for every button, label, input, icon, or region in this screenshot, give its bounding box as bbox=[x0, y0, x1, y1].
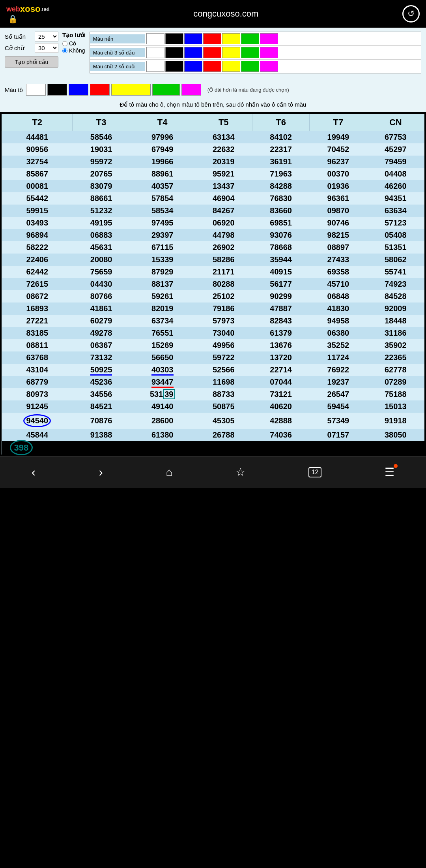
swatch3-red[interactable] bbox=[203, 47, 221, 58]
table-cell[interactable]: 76551 bbox=[130, 327, 195, 339]
table-cell[interactable]: 42888 bbox=[252, 413, 309, 429]
table-row[interactable]: 43104509254030352566227147692262778 bbox=[2, 364, 424, 376]
table-cell[interactable]: 52566 bbox=[195, 364, 252, 376]
table-cell[interactable]: 44481 bbox=[2, 131, 73, 144]
table-cell[interactable]: 36191 bbox=[252, 156, 309, 168]
table-cell[interactable]: 80766 bbox=[73, 290, 130, 302]
mau-to-white[interactable] bbox=[26, 84, 46, 96]
table-cell[interactable]: 78668 bbox=[252, 241, 309, 254]
table-cell[interactable]: 79459 bbox=[367, 156, 424, 168]
mau-to-yellow[interactable] bbox=[111, 84, 151, 96]
swatch2-blue[interactable] bbox=[184, 61, 202, 72]
table-cell[interactable]: 70452 bbox=[310, 143, 367, 156]
table-cell[interactable]: 40303 bbox=[130, 364, 195, 376]
table-cell[interactable]: 82019 bbox=[130, 302, 195, 315]
table-cell[interactable]: 19949 bbox=[310, 131, 367, 144]
table-cell[interactable]: 75659 bbox=[73, 266, 130, 278]
table-cell[interactable]: 29397 bbox=[130, 229, 195, 241]
table-row[interactable]: 08672807665926125102902990684884528 bbox=[2, 290, 424, 302]
table-cell[interactable]: 16893 bbox=[2, 302, 73, 315]
mau-to-red[interactable] bbox=[90, 84, 110, 96]
table-cell[interactable]: 35902 bbox=[367, 339, 424, 351]
table-row[interactable]: 27221602796373457973828439495818448 bbox=[2, 315, 424, 327]
table-row[interactable]: 08811063671526949956136763525235902 bbox=[2, 339, 424, 351]
table-cell[interactable]: 59454 bbox=[310, 400, 367, 413]
table-cell[interactable]: 46904 bbox=[195, 192, 252, 205]
table-row[interactable]: 32754959721996620319361919623779459 bbox=[2, 156, 424, 168]
table-cell[interactable]: 94540 bbox=[2, 413, 73, 429]
table-cell[interactable]: 15269 bbox=[130, 339, 195, 351]
table-cell[interactable]: 61379 bbox=[252, 327, 309, 339]
mau-to-blue[interactable] bbox=[69, 84, 88, 96]
table-cell[interactable]: 67949 bbox=[130, 143, 195, 156]
table-cell[interactable]: 22317 bbox=[252, 143, 309, 156]
table-cell[interactable]: 80288 bbox=[195, 278, 252, 290]
table-cell[interactable]: 88137 bbox=[130, 278, 195, 290]
table-cell[interactable]: 76922 bbox=[310, 364, 367, 376]
table-cell[interactable]: 04408 bbox=[367, 168, 424, 180]
star-button[interactable]: ☆ bbox=[231, 464, 250, 480]
swatch-red[interactable] bbox=[203, 33, 221, 44]
table-cell[interactable]: 47887 bbox=[252, 302, 309, 315]
table-cell[interactable]: 50875 bbox=[195, 400, 252, 413]
table-cell[interactable]: 09870 bbox=[310, 205, 367, 217]
table-cell[interactable]: 26788 bbox=[195, 429, 252, 441]
table-cell[interactable]: 58534 bbox=[130, 205, 195, 217]
table-row[interactable]: 62442756598792921171409156935855741 bbox=[2, 266, 424, 278]
table-cell[interactable]: 58286 bbox=[195, 254, 252, 266]
table-cell[interactable]: 69358 bbox=[310, 266, 367, 278]
table-cell[interactable]: 67753 bbox=[367, 131, 424, 144]
table-cell[interactable]: 74923 bbox=[367, 278, 424, 290]
table-cell[interactable]: 20080 bbox=[73, 254, 130, 266]
table-cell[interactable]: 45844 bbox=[2, 429, 73, 441]
table-cell[interactable]: 44798 bbox=[195, 229, 252, 241]
table-cell[interactable]: 96894 bbox=[2, 229, 73, 241]
table-cell[interactable]: 43104 bbox=[2, 364, 73, 376]
table-cell[interactable]: 63134 bbox=[195, 131, 252, 144]
table-row[interactable]: 22406200801533958286359442743358062 bbox=[2, 254, 424, 266]
swatch-yellow[interactable] bbox=[222, 33, 240, 44]
table-cell[interactable]: 49140 bbox=[130, 400, 195, 413]
table-cell[interactable]: 76830 bbox=[252, 192, 309, 205]
mau-to-black[interactable] bbox=[47, 84, 67, 96]
table-cell[interactable]: 98215 bbox=[310, 229, 367, 241]
table-cell[interactable]: 91388 bbox=[73, 429, 130, 441]
swatch-black[interactable] bbox=[165, 33, 183, 44]
table-cell[interactable]: 63734 bbox=[130, 315, 195, 327]
radio-co[interactable]: Có bbox=[62, 40, 86, 47]
table-row[interactable]: 72615044308813780288561774571074923 bbox=[2, 278, 424, 290]
table-cell[interactable]: 55741 bbox=[367, 266, 424, 278]
table-cell[interactable]: 71963 bbox=[252, 168, 309, 180]
table-cell[interactable]: 19966 bbox=[130, 156, 195, 168]
table-cell[interactable]: 31186 bbox=[367, 327, 424, 339]
table-cell[interactable]: 83079 bbox=[73, 180, 130, 192]
table-cell[interactable]: 07044 bbox=[252, 376, 309, 388]
table-cell[interactable]: 45710 bbox=[310, 278, 367, 290]
table-cell[interactable]: 95972 bbox=[73, 156, 130, 168]
table-cell[interactable]: 79186 bbox=[195, 302, 252, 315]
table-cell[interactable]: 50925 bbox=[73, 364, 130, 376]
table-row[interactable]: 90956190316794922632223177045245297 bbox=[2, 143, 424, 156]
table-cell[interactable]: 58062 bbox=[367, 254, 424, 266]
tao-phoi-cau-button[interactable]: Tạo phối cầu bbox=[5, 56, 58, 68]
table-cell[interactable]: 40620 bbox=[252, 400, 309, 413]
table-cell[interactable]: 92009 bbox=[367, 302, 424, 315]
table-row[interactable]: 63768731325665059722137201172422365 bbox=[2, 351, 424, 364]
table-cell[interactable]: 75188 bbox=[367, 388, 424, 400]
table-cell[interactable]: 26902 bbox=[195, 241, 252, 254]
table-row[interactable]: 68779452369344711698070441923707289 bbox=[2, 376, 424, 388]
table-cell[interactable]: 59915 bbox=[2, 205, 73, 217]
table-cell[interactable]: 59722 bbox=[195, 351, 252, 364]
table-cell[interactable]: 96361 bbox=[310, 192, 367, 205]
table-cell[interactable]: 84267 bbox=[195, 205, 252, 217]
table-cell[interactable]: 88661 bbox=[73, 192, 130, 205]
table-cell[interactable]: 15013 bbox=[367, 400, 424, 413]
table-row[interactable]: 55442886615785446904768309636194351 bbox=[2, 192, 424, 205]
table-cell[interactable]: 60279 bbox=[73, 315, 130, 327]
table-cell[interactable]: 45297 bbox=[367, 143, 424, 156]
table-cell[interactable]: 95921 bbox=[195, 168, 252, 180]
table-cell[interactable]: 07157 bbox=[310, 429, 367, 441]
table-cell[interactable]: 84521 bbox=[73, 400, 130, 413]
table-cell[interactable]: 20319 bbox=[195, 156, 252, 168]
table-row[interactable]: 45844913886138026788740360715738050 bbox=[2, 429, 424, 441]
